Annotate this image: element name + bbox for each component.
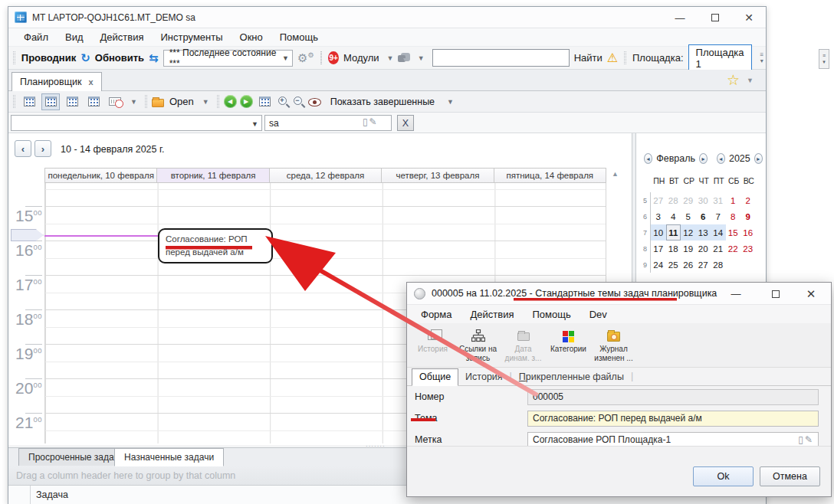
mini-calendar-day[interactable]: 26 xyxy=(681,257,696,273)
mini-calendar-day[interactable]: 25 xyxy=(666,257,681,273)
mini-calendar-day[interactable]: 13 xyxy=(696,224,711,241)
toolbar-grip[interactable] xyxy=(320,51,323,64)
mini-calendar-day[interactable]: 5 xyxy=(681,208,696,224)
mini-calendar-day[interactable]: 16 xyxy=(740,224,756,241)
tab-attached-files[interactable]: Прикрепленные файлы xyxy=(512,369,631,385)
mini-calendar-day[interactable]: 3 xyxy=(651,208,666,224)
dialog-close-button[interactable]: ✕ xyxy=(796,283,826,305)
day-header[interactable]: понедельник, 10 февраля xyxy=(45,169,157,183)
dialog-menu-item[interactable]: Dev xyxy=(582,306,615,322)
minimize-button[interactable]: — xyxy=(665,7,695,28)
state-dropdown[interactable]: *** Последнее состояние *** ▼ xyxy=(163,50,293,67)
tab-close-icon[interactable]: x xyxy=(88,77,93,87)
explorer-button[interactable]: Проводник xyxy=(21,52,76,64)
mini-calendar-day[interactable]: 12 xyxy=(681,224,696,241)
work-week-view-button[interactable] xyxy=(41,93,60,110)
mini-calendar-day[interactable]: 28 xyxy=(711,257,726,273)
month-view-button[interactable] xyxy=(84,93,103,110)
scroll-up-icon[interactable]: ▲ xyxy=(612,170,619,178)
mini-calendar-day[interactable]: 6 xyxy=(696,208,711,224)
clear-filter-button[interactable]: X xyxy=(397,115,414,131)
mini-calendar-day[interactable]: 17 xyxy=(651,241,666,257)
chevron-down-icon[interactable]: ▼ xyxy=(415,54,428,62)
day-header[interactable]: среда, 12 февраля xyxy=(270,169,382,183)
toolbar-grip[interactable] xyxy=(624,51,626,64)
settings-gear-icon[interactable]: ⚙⚙ xyxy=(297,52,314,64)
notification-badge[interactable]: 9+ xyxy=(328,51,339,64)
filter-dropdown[interactable]: ▼ xyxy=(11,115,262,131)
day-view-button[interactable] xyxy=(20,93,38,110)
refresh-button[interactable]: Обновить xyxy=(95,52,144,64)
mini-calendar-day[interactable] xyxy=(740,257,756,273)
mini-calendar-day[interactable]: 27 xyxy=(696,257,711,273)
navigate-back-icon[interactable]: ◀ xyxy=(224,95,237,108)
mini-calendar-day[interactable]: 11 xyxy=(666,224,681,241)
mini-calendar-day[interactable]: 21 xyxy=(711,241,726,257)
toolbar-grip[interactable] xyxy=(145,95,147,108)
mini-calendar-day[interactable] xyxy=(726,257,741,273)
mini-calendar-day[interactable]: 31 xyxy=(711,192,726,208)
mini-calendar-day[interactable]: 28 xyxy=(666,192,681,208)
mini-calendar-day[interactable]: 29 xyxy=(681,192,696,208)
calendar-event[interactable]: Согласование: РОП перед выдачей а/м xyxy=(158,228,273,263)
mini-calendar-day[interactable]: 24 xyxy=(651,257,666,273)
mini-calendar-day[interactable]: 18 xyxy=(666,241,681,257)
dialog-menu-item[interactable]: Помощь xyxy=(524,306,578,322)
prev-week-button[interactable]: ‹ xyxy=(15,140,31,157)
mini-calendar-day[interactable]: 20 xyxy=(696,241,711,257)
menu-item[interactable]: Вид xyxy=(57,29,91,45)
favorites-star-icon[interactable]: ☆ xyxy=(727,71,740,89)
dynamic-date-tool-button[interactable]: Датадинам. з... xyxy=(501,326,546,367)
prev-month-icon[interactable]: ◂ xyxy=(644,153,652,164)
mini-calendar-day[interactable]: 7 xyxy=(711,208,726,224)
eye-icon[interactable] xyxy=(308,98,321,106)
chevron-down-icon[interactable]: ▼ xyxy=(127,98,140,106)
mini-calendar-day[interactable]: 9 xyxy=(740,208,756,224)
mini-calendar-day[interactable]: 8 xyxy=(638,241,651,257)
mini-calendar-day[interactable]: 23 xyxy=(740,241,756,257)
toolbar-grip[interactable] xyxy=(13,51,15,64)
field-edit-icons[interactable]: ▯✎ xyxy=(798,434,814,445)
zoom-in-icon[interactable]: + xyxy=(277,96,290,108)
modules-button[interactable]: Модули xyxy=(343,52,379,64)
mini-calendar-day[interactable]: 27 xyxy=(651,192,666,208)
ok-button[interactable]: Ok xyxy=(693,466,754,486)
mini-calendar-day[interactable]: 9 xyxy=(638,257,651,273)
day-header[interactable]: вторник, 11 февраля xyxy=(157,169,269,183)
week-view-button[interactable] xyxy=(63,93,81,110)
mini-calendar-day[interactable]: 8 xyxy=(726,208,741,224)
day-header[interactable]: пятница, 14 февраля xyxy=(494,169,606,183)
menu-item[interactable]: Помощь xyxy=(272,29,326,45)
chat-icon[interactable] xyxy=(401,53,409,61)
tab-history[interactable]: История xyxy=(458,369,509,385)
chevron-down-icon[interactable]: ▼ xyxy=(444,98,457,106)
task-column-header[interactable]: Задача xyxy=(31,486,68,504)
swap-arrows-icon[interactable]: ⇆ xyxy=(149,52,159,64)
next-week-button[interactable]: › xyxy=(34,140,51,157)
prev-year-icon[interactable]: ◂ xyxy=(717,153,725,164)
menu-item[interactable]: Окно xyxy=(232,29,271,45)
site-selector[interactable]: Площадка 1 xyxy=(688,44,752,72)
dialog-menu-item[interactable]: Форма xyxy=(413,306,460,322)
timeline-view-button[interactable] xyxy=(106,93,124,110)
mini-calendar-day[interactable]: 15 xyxy=(726,224,741,241)
dialog-menu-item[interactable]: Действия xyxy=(463,306,522,322)
dialog-minimize-button[interactable]: — xyxy=(721,283,751,305)
mini-calendar-day[interactable]: 19 xyxy=(681,241,696,257)
mini-calendar-day[interactable]: 14 xyxy=(711,224,726,241)
goto-date-button[interactable] xyxy=(256,93,274,110)
close-button[interactable]: ✕ xyxy=(734,7,764,28)
navigate-forward-icon[interactable]: ▶ xyxy=(240,95,253,108)
day-header[interactable]: четверг, 13 февраля xyxy=(382,169,494,183)
zoom-out-icon[interactable]: − xyxy=(293,96,305,108)
mini-calendar-day[interactable]: 5 xyxy=(638,192,651,208)
tab-assigned-tasks[interactable]: Назначенные задачи xyxy=(114,448,224,466)
next-year-icon[interactable]: ▸ xyxy=(754,153,763,164)
next-month-icon[interactable]: ▸ xyxy=(699,153,708,164)
mini-calendar-day[interactable]: 7 xyxy=(638,224,651,241)
mini-calendar-day[interactable]: 22 xyxy=(726,241,741,257)
categories-tool-button[interactable]: Категории xyxy=(546,326,591,367)
mini-calendar-day[interactable]: 30 xyxy=(696,192,711,208)
mini-calendar-day[interactable]: 2 xyxy=(740,192,756,208)
menu-item[interactable]: Файл xyxy=(16,29,56,45)
